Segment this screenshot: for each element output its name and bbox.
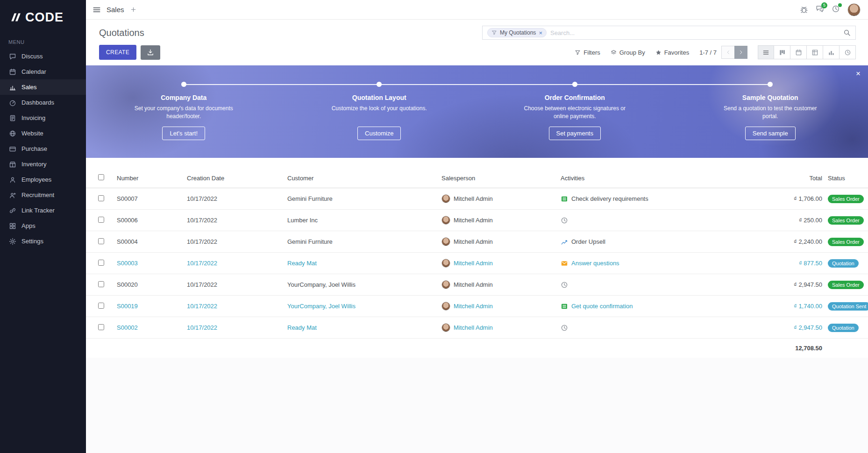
header-number[interactable]: Number bbox=[114, 168, 184, 188]
pager-next-button[interactable] bbox=[734, 46, 747, 59]
footer-total: 12,708.50 bbox=[755, 339, 825, 358]
topbar-app-name[interactable]: Sales bbox=[107, 6, 124, 14]
table-row[interactable]: S0000310/17/2022Ready MatMitchell AdminA… bbox=[86, 253, 868, 274]
sidebar-item-label: Dashboards bbox=[21, 99, 54, 106]
search-facet[interactable]: My Quotations × bbox=[487, 28, 547, 37]
cell-creation-date: 10/17/2022 bbox=[184, 253, 285, 274]
table-row[interactable]: S0000210/17/2022Ready MatMitchell Admin₫… bbox=[86, 317, 868, 339]
step-action-button[interactable]: Customize bbox=[357, 127, 401, 140]
search-icon[interactable] bbox=[843, 29, 851, 36]
cell-salesperson: Mitchell Admin bbox=[439, 188, 558, 210]
sidebar-item-label: Invoicing bbox=[21, 114, 45, 121]
row-checkbox[interactable] bbox=[98, 303, 104, 309]
row-checkbox[interactable] bbox=[98, 195, 104, 201]
header-activities[interactable]: Activities bbox=[558, 168, 755, 188]
cell-activity[interactable]: Answer questions bbox=[558, 253, 755, 274]
group-by-label: Group By bbox=[619, 49, 645, 56]
table-row[interactable]: S0000610/17/2022Lumber IncMitchell Admin… bbox=[86, 210, 868, 231]
website-icon bbox=[9, 130, 16, 137]
sidebar-item-invoicing[interactable]: Invoicing bbox=[0, 110, 86, 126]
filters-button[interactable]: Filters bbox=[575, 49, 600, 56]
view-list-button[interactable] bbox=[758, 45, 774, 59]
pager: 1-7 / 7 bbox=[699, 46, 747, 59]
cell-number: S00002 bbox=[114, 317, 184, 339]
sidebar-item-purchase[interactable]: Purchase bbox=[0, 141, 86, 156]
row-checkbox[interactable] bbox=[98, 238, 104, 244]
status-badge: Quotation bbox=[828, 259, 859, 268]
sidebar-item-employees[interactable]: Employees bbox=[0, 172, 86, 187]
sidebar-item-inventory[interactable]: Inventory bbox=[0, 156, 86, 172]
view-activity-button[interactable] bbox=[840, 45, 856, 59]
create-button[interactable]: CREATE bbox=[99, 45, 136, 60]
user-avatar[interactable] bbox=[847, 3, 861, 16]
table-header-row: Number Creation Date Customer Salesperso… bbox=[86, 168, 868, 188]
favorites-button[interactable]: Favorites bbox=[655, 49, 689, 56]
header-total[interactable]: Total bbox=[755, 168, 825, 188]
apps-icon bbox=[9, 222, 16, 230]
header-status[interactable]: Status bbox=[825, 168, 868, 188]
app-logo[interactable]: CODE bbox=[0, 0, 86, 35]
search-input[interactable] bbox=[550, 29, 840, 36]
step-dot bbox=[768, 82, 773, 87]
sidebar-item-label: Apps bbox=[21, 222, 36, 229]
table-row[interactable]: S0000410/17/2022Gemini FurnitureMitchell… bbox=[86, 231, 868, 253]
settings-icon bbox=[9, 238, 16, 245]
app-root: CODE MENU DiscussCalendarSalesDashboards… bbox=[0, 0, 868, 453]
cell-customer: YourCompany, Joel Willis bbox=[285, 296, 439, 317]
tasks-icon bbox=[561, 303, 568, 310]
group-by-button[interactable]: Group By bbox=[611, 49, 645, 56]
sidebar-item-website[interactable]: Website bbox=[0, 126, 86, 141]
messages-button[interactable]: 5 bbox=[816, 5, 824, 15]
sidebar-item-dashboards[interactable]: Dashboards bbox=[0, 95, 86, 110]
sidebar-item-settings[interactable]: Settings bbox=[0, 234, 86, 249]
view-graph-button[interactable] bbox=[823, 45, 840, 59]
cell-salesperson: Mitchell Admin bbox=[439, 210, 558, 231]
sidebar-item-calendar[interactable]: Calendar bbox=[0, 64, 86, 79]
cell-total: ₫ 2,240.00 bbox=[755, 231, 825, 253]
select-all-checkbox[interactable] bbox=[98, 174, 104, 180]
step-action-button[interactable]: Let's start! bbox=[162, 127, 205, 140]
sidebar-item-recruitment[interactable]: Recruitment bbox=[0, 187, 86, 203]
onboarding-step-quotation-layout: Quotation LayoutCustomize the look of yo… bbox=[282, 65, 477, 158]
pager-prev-button[interactable] bbox=[721, 46, 734, 59]
cell-number: S00020 bbox=[114, 274, 184, 296]
hamburger-menu-icon[interactable] bbox=[92, 6, 101, 14]
sidebar-item-apps[interactable]: Apps bbox=[0, 218, 86, 234]
header-salesperson[interactable]: Salesperson bbox=[439, 168, 558, 188]
banner-close-icon[interactable]: × bbox=[856, 69, 861, 78]
search-box[interactable]: My Quotations × bbox=[482, 26, 856, 40]
view-kanban-button[interactable] bbox=[774, 45, 790, 59]
row-checkbox[interactable] bbox=[98, 217, 104, 223]
cell-activity[interactable]: Get quote confirmation bbox=[558, 296, 755, 317]
sidebar-item-discuss[interactable]: Discuss bbox=[0, 49, 86, 64]
cell-activity[interactable] bbox=[558, 274, 755, 296]
row-checkbox[interactable] bbox=[98, 281, 104, 287]
cell-activity[interactable] bbox=[558, 317, 755, 339]
cell-activity[interactable]: Check delivery requirements bbox=[558, 188, 755, 210]
row-checkbox[interactable] bbox=[98, 324, 104, 330]
add-tab-icon[interactable] bbox=[130, 6, 137, 13]
header-customer[interactable]: Customer bbox=[285, 168, 439, 188]
table-footer-row: 12,708.50 bbox=[86, 339, 868, 358]
header-creation-date[interactable]: Creation Date bbox=[184, 168, 285, 188]
sidebar-item-link-tracker[interactable]: Link Tracker bbox=[0, 203, 86, 218]
cell-activity[interactable]: Order Upsell bbox=[558, 231, 755, 253]
step-action-button[interactable]: Set payments bbox=[549, 127, 601, 140]
cell-total: ₫ 2,947.50 bbox=[755, 317, 825, 339]
onboarding-step-sample-quotation: Sample QuotationSend a quotation to test… bbox=[673, 65, 868, 158]
cell-status: Sales Order bbox=[825, 274, 868, 296]
activities-button[interactable] bbox=[832, 5, 840, 15]
table-row[interactable]: S0000710/17/2022Gemini FurnitureMitchell… bbox=[86, 188, 868, 210]
row-checkbox[interactable] bbox=[98, 260, 104, 266]
sidebar-item-sales[interactable]: Sales bbox=[0, 79, 86, 95]
cell-activity[interactable] bbox=[558, 210, 755, 231]
debug-bug-icon[interactable] bbox=[800, 6, 808, 14]
view-pivot-button[interactable] bbox=[807, 45, 823, 59]
view-calendar-button[interactable] bbox=[790, 45, 807, 59]
facet-close-icon[interactable]: × bbox=[539, 30, 542, 36]
table-row[interactable]: S0001910/17/2022YourCompany, Joel Willis… bbox=[86, 296, 868, 317]
sidebar-item-label: Sales bbox=[21, 84, 37, 91]
export-button[interactable] bbox=[141, 45, 160, 60]
step-action-button[interactable]: Send sample bbox=[745, 127, 796, 140]
table-row[interactable]: S0002010/17/2022YourCompany, Joel Willis… bbox=[86, 274, 868, 296]
